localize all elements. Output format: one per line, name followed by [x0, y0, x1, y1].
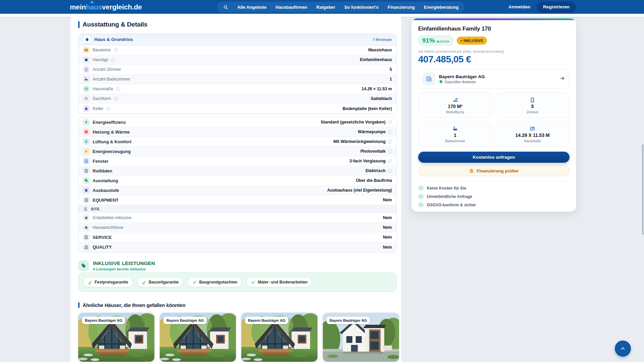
- spec-value: Nein: [383, 215, 392, 220]
- info-icon[interactable]: i: [111, 58, 115, 62]
- spec-value: Satteldach: [371, 96, 392, 101]
- stat-card: 1Badezimmer: [418, 121, 492, 147]
- spec-label: Anzahl Badezimmer: [93, 77, 130, 82]
- spec-label: SITE: [91, 207, 100, 211]
- spec-value: Nein: [383, 235, 392, 240]
- provider-box[interactable]: Bayern Bauträger AG Geprüfter Anbieter: [418, 69, 569, 89]
- merkmale-badge: 7 Merkmale: [373, 38, 392, 42]
- snowflake-icon: [83, 138, 90, 145]
- spec-label: Hausanschlüsse: [93, 225, 123, 230]
- spec-label: Ausstattung: [93, 178, 118, 183]
- nav-item-finanzierung[interactable]: Finanzierung: [388, 5, 415, 10]
- info-icon[interactable]: i: [388, 169, 392, 173]
- check-circle-icon: [418, 194, 424, 199]
- top-navbar: meinhausvergleich.de Alle AngeboteHausba…: [0, 0, 644, 14]
- spec-label: Lüftung & Komfort: [93, 139, 132, 144]
- spec-value: Ausbauhaus (viel Eigenleistung): [327, 188, 392, 193]
- info-icon[interactable]: i: [116, 87, 120, 91]
- spec-label: Rollläden: [93, 168, 112, 173]
- stat-value: 5: [531, 104, 534, 109]
- door-icon: [530, 97, 535, 103]
- info-icon[interactable]: i: [106, 107, 110, 111]
- check-icon: [192, 280, 197, 285]
- ruler-icon: [452, 97, 458, 103]
- nav-item-so-funktioniert-s[interactable]: So funktioniert's: [344, 5, 379, 10]
- benefit-item: DSGVO-konform & sicher: [418, 202, 569, 208]
- accent-bar: [78, 21, 80, 28]
- nav-item-hausbaufirmen[interactable]: Hausbaufirmen: [276, 5, 307, 10]
- similar-house-card[interactable]: Bayern Bauträger AG: [160, 313, 236, 362]
- nav-item-alle-angebote[interactable]: Alle Angebote: [237, 5, 266, 10]
- haus-grundriss-header[interactable]: Haus & Grundriss 7 Merkmale: [79, 34, 396, 45]
- search-icon[interactable]: [223, 5, 228, 10]
- bath-icon: [83, 76, 90, 83]
- inclusive-pill[interactable]: Baugrundgutachten: [188, 277, 242, 287]
- building-icon: [83, 206, 88, 211]
- financing-button[interactable]: Finanzierung prüfen: [418, 165, 569, 176]
- stat-label: Badezimmer: [445, 139, 465, 143]
- match-badge: 91% MATCH: [418, 36, 453, 46]
- building-icon: [83, 167, 90, 174]
- house-icon: [84, 188, 88, 192]
- bank-icon: [469, 168, 474, 173]
- logo-text: mein: [70, 3, 86, 11]
- login-link[interactable]: Anmelden: [508, 4, 530, 9]
- card-title: Haus & Grundriss: [94, 37, 133, 42]
- info-icon[interactable]: i: [388, 159, 392, 163]
- site-logo[interactable]: meinhausvergleich.de: [70, 0, 142, 14]
- scroll-to-top-button[interactable]: [615, 341, 631, 357]
- bricks-icon: [84, 48, 88, 52]
- radiator-icon: [83, 128, 90, 135]
- spec-label: Bauweise: [93, 48, 111, 52]
- spec-label: EQUIPMENT: [93, 198, 118, 203]
- arrow-right-icon[interactable]: [559, 75, 565, 83]
- info-icon[interactable]: i: [114, 48, 118, 52]
- house-icon: [84, 107, 88, 111]
- similar-house-card[interactable]: Bayern Bauträger AG: [241, 313, 317, 362]
- register-button[interactable]: Registrieren: [537, 2, 576, 12]
- provider-pill: Bayern Bauträger AG: [163, 317, 207, 324]
- nav-item-energieberatung[interactable]: Energieberatung: [424, 5, 458, 10]
- verified-label: Geprüfter Anbieter: [445, 80, 476, 84]
- info-icon[interactable]: i: [114, 97, 118, 101]
- spec-row: BauweiseiMassivhaus: [79, 45, 396, 55]
- tag-icon: [78, 260, 89, 271]
- info-icon[interactable]: i: [388, 140, 392, 144]
- info-icon[interactable]: i: [388, 130, 392, 134]
- spec-value: 14.29 × 11.53 m: [361, 87, 392, 91]
- inclusive-pill[interactable]: Bauzeitgarantie: [137, 277, 183, 287]
- similar-house-card[interactable]: Bayern Bauträger AG: [323, 313, 399, 362]
- house-icon: [83, 56, 90, 63]
- inclusive-pill[interactable]: Maler- und Bodenarbeiten: [246, 277, 312, 287]
- spec-value: 3-fach Verglasung: [349, 159, 386, 163]
- spec-row: SERVICENein: [79, 232, 396, 242]
- house-icon: [83, 214, 90, 221]
- request-button[interactable]: Kostenlos anfragen: [418, 152, 569, 163]
- divider: [418, 181, 569, 181]
- house-icon: [83, 187, 90, 194]
- building-icon: [83, 158, 90, 164]
- scrollbar-thumb[interactable]: [642, 144, 644, 235]
- house-icon: [83, 224, 90, 231]
- tag-icon: [84, 178, 88, 183]
- offer-summary-card: Einfamilienhaus Family 170 91% MATCH + I…: [411, 18, 576, 212]
- inclusive-pill[interactable]: Festpreisgarantie: [83, 277, 133, 287]
- house-icon: [84, 225, 88, 229]
- spec-row: Anzahl Badezimmer1: [79, 74, 396, 84]
- similar-house-card[interactable]: Bayern Bauträger AG: [78, 313, 154, 362]
- provider-pill: Bayern Bauträger AG: [82, 317, 125, 324]
- benefit-item: Unverbindliche Anfrage: [418, 194, 569, 199]
- pen-icon: [88, 280, 92, 285]
- nav-item-ratgeber[interactable]: Ratgeber: [316, 5, 335, 10]
- stat-value: 14.29 X 11.53 M: [515, 133, 550, 138]
- spec-value: Nein: [383, 198, 392, 202]
- info-icon[interactable]: i: [388, 120, 392, 124]
- building-icon: [84, 235, 88, 239]
- door-icon: [83, 66, 90, 73]
- spec-value: Über die Baufirma: [356, 178, 392, 183]
- house-icon: [83, 105, 90, 112]
- spec-row: AusstattungÜber die Baufirma: [79, 176, 396, 186]
- frame-icon: [84, 87, 88, 91]
- stat-card: 170 M²Wohnfläche: [418, 93, 492, 118]
- info-icon[interactable]: i: [388, 149, 392, 153]
